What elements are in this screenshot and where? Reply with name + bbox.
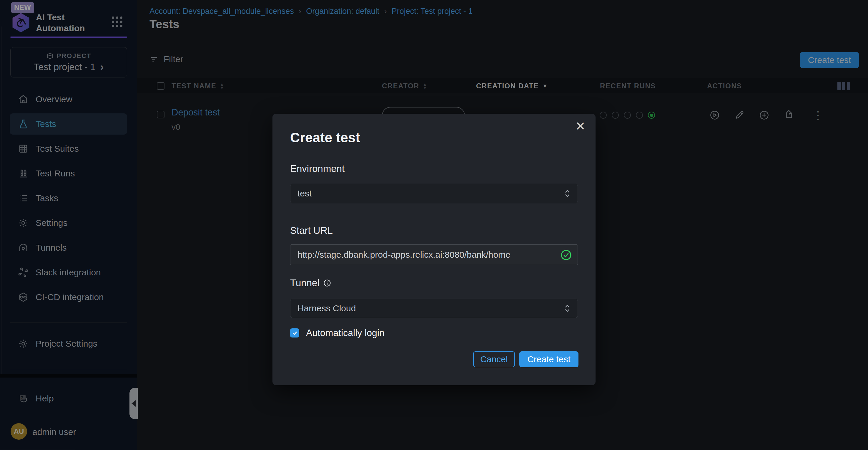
environment-select[interactable]: test (290, 184, 578, 203)
auto-login-row: Automatically login (290, 328, 384, 338)
auto-login-label: Automatically login (306, 328, 384, 338)
tunnel-label: Tunnel (290, 277, 319, 289)
environment-label: Environment (290, 163, 345, 174)
start-url-label: Start URL (290, 225, 333, 236)
environment-value: test (298, 189, 564, 198)
auto-login-checkbox[interactable] (290, 328, 299, 337)
url-valid-check-icon (560, 249, 572, 261)
check-icon (292, 330, 298, 336)
modal-create-test-button[interactable]: Create test (519, 351, 579, 367)
select-chevrons-icon (564, 189, 570, 198)
tunnel-select[interactable]: Harness Cloud (290, 299, 578, 318)
tunnel-value: Harness Cloud (298, 303, 564, 313)
start-url-input[interactable] (290, 245, 578, 265)
app-root: NEW AI Test Automation (0, 0, 868, 450)
close-icon[interactable]: ✕ (575, 120, 586, 133)
tunnel-label-row: Tunnel (290, 277, 331, 289)
modal-title: Create test (290, 130, 360, 145)
info-icon[interactable] (323, 279, 331, 287)
select-chevrons-icon (564, 303, 570, 313)
cancel-button[interactable]: Cancel (473, 351, 515, 367)
create-test-modal: ✕ Create test Environment test Start URL… (273, 114, 595, 385)
